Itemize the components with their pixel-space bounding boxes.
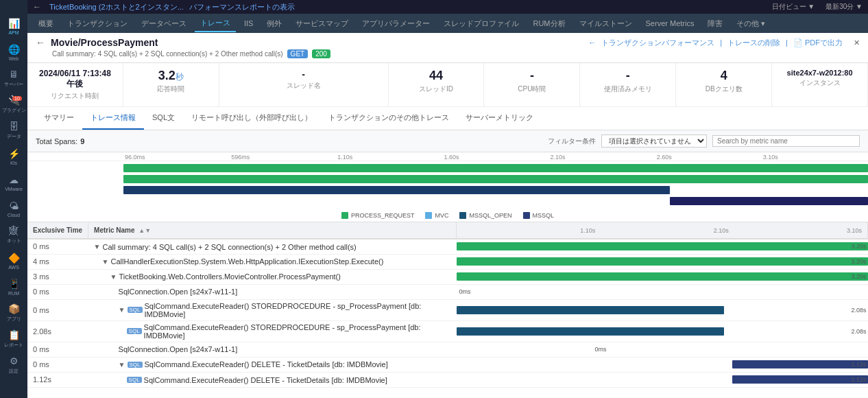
sidebar-item-aws[interactable]: 🔶 AWS xyxy=(1,248,26,273)
expand-icon[interactable]: ▼ xyxy=(119,306,125,314)
nav-service-map[interactable]: サービスマップ xyxy=(290,16,354,32)
sidebar-item-web[interactable]: 🌐 Web xyxy=(1,40,26,65)
sidebar-item-apps[interactable]: 📦 アプリ xyxy=(1,301,26,325)
sidebar-item-settings[interactable]: ⚙ 設定 xyxy=(1,353,26,377)
row-name[interactable]: ▼ SQLSqlCommand.ExecuteReader() DELETE -… xyxy=(88,357,457,372)
expand-icon[interactable]: ▼ xyxy=(94,243,101,250)
col-tick-1: 1.10s xyxy=(580,227,595,234)
nav-rum[interactable]: RUM分析 xyxy=(527,16,570,32)
nav-milestones[interactable]: マイルストーン xyxy=(574,16,638,32)
col-metric-name[interactable]: Metric Name ▲▼ xyxy=(88,222,457,239)
search-input[interactable] xyxy=(712,135,860,147)
filter-select[interactable]: 項目は選択されていません xyxy=(601,134,707,148)
sidebar-item-apm[interactable]: 📊 APM xyxy=(1,14,26,38)
tab-trace-info[interactable]: トレース情報 xyxy=(82,107,144,130)
tick-2: 1.10s xyxy=(336,154,442,161)
sidebar-item-kis[interactable]: ⚡ KIs xyxy=(1,144,26,169)
sidebar-item-kis-label: KIs xyxy=(10,161,17,165)
row-name[interactable]: SQLSqlCommand.ExecuteReader() DELETE - T… xyxy=(88,372,457,387)
nav-traces[interactable]: トレース xyxy=(195,15,236,32)
sidebar-item-cloud[interactable]: 🌤 Cloud xyxy=(1,196,26,221)
table-row[interactable]: 3 ms▼ TicketBooking.Web.Controllers.Movi… xyxy=(27,269,868,284)
filter-label: フィルター条件 xyxy=(548,137,596,146)
legend-label-mssql-open: MSSQL_OPEN xyxy=(469,212,511,219)
tick-3: 1.60s xyxy=(442,154,548,161)
delete-trace-link[interactable]: トレースの削除 xyxy=(727,38,780,48)
sidebar-item-network[interactable]: 🕸 ネット xyxy=(1,222,26,247)
tab-server-metrics[interactable]: サーバーメトリック xyxy=(457,107,542,130)
nav-overview[interactable]: 概要 xyxy=(33,16,59,32)
table-row[interactable]: 0 ms▼ SQLSqlCommand.ExecuteReader() DELE… xyxy=(27,357,868,372)
header-links: ← トランザクションパフォーマンス | トレースの削除 | 📄 PDFで出力 ✕ xyxy=(588,38,860,48)
table-row[interactable]: 4 ms▼ CallHandlerExecutionStep.System.We… xyxy=(27,254,868,269)
row-name-text: CallHandlerExecutionStep.System.Web.Http… xyxy=(111,257,384,266)
table-row[interactable]: 0 msSqlConnection.Open [s24x7-w11-1]0ms xyxy=(27,284,868,299)
response-time-value: 3.2秒 xyxy=(134,69,208,83)
table-row[interactable]: 0 ms▼ Call summary: 4 SQL call(s) + 2 SQ… xyxy=(27,239,868,254)
table-row[interactable]: 0 ms▼ SQLSqlCommand.ExecuteReader() STOR… xyxy=(27,299,868,320)
legend-dot-process-request xyxy=(341,212,348,219)
view-selector[interactable]: 日付ビュー ▼ xyxy=(772,2,815,12)
perf-report-link[interactable]: パフォーマンスレポートの表示 xyxy=(189,2,295,12)
expand-icon[interactable]: ▼ xyxy=(102,258,109,266)
sidebar-item-rum[interactable]: 📱 RUM xyxy=(1,274,26,299)
row-time: 1.12s xyxy=(27,372,88,387)
row-name[interactable]: SqlConnection.Open [s24x7-w11-1] xyxy=(88,342,457,357)
row-name-text: SqlConnection.Open [s24x7-w11-1] xyxy=(119,288,238,296)
expand-icon[interactable]: ▼ xyxy=(110,273,117,281)
timeline-bar-4 xyxy=(670,197,868,205)
tab-sql[interactable]: SQL文 xyxy=(144,107,183,130)
row-name[interactable]: SqlConnection.Open [s24x7-w11-1] xyxy=(88,284,457,299)
tab-summary[interactable]: サマリー xyxy=(36,107,82,130)
table-row[interactable]: 2.08sSQLSqlCommand.ExecuteReader() STORE… xyxy=(27,320,868,342)
close-button[interactable]: ✕ xyxy=(854,38,860,47)
transaction-performance-link[interactable]: トランザクションパフォーマンス xyxy=(601,38,714,48)
nav-iis[interactable]: IIS xyxy=(239,16,258,30)
row-name-text: SqlCommand.ExecuteReader() DELETE - Tick… xyxy=(145,360,388,368)
expand-icon[interactable]: ▼ xyxy=(119,361,125,368)
row-name[interactable]: ▼ SQLSqlCommand.ExecuteReader() STOREDPR… xyxy=(88,299,457,320)
back-button[interactable]: ← xyxy=(33,2,41,12)
sidebar-item-report[interactable]: 📋 レポート xyxy=(1,327,26,351)
table-row[interactable]: 0 msSqlConnection.Open [s24x7-w11-1]0ms xyxy=(27,342,868,357)
page-back-button[interactable]: ← xyxy=(36,37,45,48)
sidebar-item-web-label: Web xyxy=(9,56,19,61)
table-row[interactable]: 1.12sSQLSqlCommand.ExecuteReader() DELET… xyxy=(27,372,868,387)
row-bar-cell: 3.20s xyxy=(457,254,868,269)
app-title[interactable]: TicketBooking (2ホストと2インスタン... xyxy=(49,2,184,12)
network-icon: 🕸 xyxy=(9,225,19,236)
vmware-icon: ☁ xyxy=(9,174,19,185)
row-bar-label: 3.20s xyxy=(851,243,866,250)
sidebar-item-plugin[interactable]: 🔌 プラグイン 10 xyxy=(1,92,26,117)
tab-remote-calls[interactable]: リモート呼び出し（外部呼び出し） xyxy=(183,107,320,130)
pdf-export-link[interactable]: 📄 PDFで出力 xyxy=(793,38,843,48)
rum-icon: 📱 xyxy=(8,279,20,290)
nav-failures[interactable]: 障害 xyxy=(702,16,728,32)
nav-server-metrics[interactable]: Server Metrics xyxy=(640,16,700,30)
nav-database[interactable]: データベース xyxy=(136,16,192,32)
data-table-wrap: Exclusive Time Metric Name ▲▼ 1.10s 2.10… xyxy=(27,222,868,398)
row-bar xyxy=(457,327,724,336)
sidebar-item-report-label: レポート xyxy=(4,342,23,349)
tab-other-traces[interactable]: トランザクションのその他トレース xyxy=(320,107,457,130)
row-time: 0 ms xyxy=(27,342,88,357)
row-bar-label: 1.12s xyxy=(851,361,866,368)
row-name[interactable]: SQLSqlCommand.ExecuteReader() STOREDPROC… xyxy=(88,320,457,342)
nav-app-params[interactable]: アプリパラメーター xyxy=(357,16,435,32)
nav-thread-profile[interactable]: スレッドプロファイル xyxy=(438,16,525,32)
nav-exceptions[interactable]: 例外 xyxy=(261,16,287,32)
metric-db-queries: 4 DBクエリ数 xyxy=(676,63,772,106)
tick-4: 2.10s xyxy=(549,154,655,161)
sidebar-item-vmware[interactable]: ☁ VMware xyxy=(1,170,26,195)
row-time: 3 ms xyxy=(27,269,88,284)
nav-transactions[interactable]: トランザクション xyxy=(62,16,133,32)
sidebar-item-data[interactable]: 🗄 データ xyxy=(1,118,26,143)
db-queries-value: 4 xyxy=(687,69,760,83)
sidebar-item-server[interactable]: 🖥 サーバー xyxy=(1,66,26,91)
row-bar xyxy=(732,375,868,384)
time-range-selector[interactable]: 最新30分 ▼ xyxy=(825,2,863,12)
row-name[interactable]: ▼ Call summary: 4 SQL call(s) + 2 SQL co… xyxy=(88,239,457,254)
nav-other[interactable]: その他 ▾ xyxy=(731,16,771,32)
row-name[interactable]: ▼ CallHandlerExecutionStep.System.Web.Ht… xyxy=(88,254,457,269)
row-name[interactable]: ▼ TicketBooking.Web.Controllers.MovieCon… xyxy=(88,269,457,284)
